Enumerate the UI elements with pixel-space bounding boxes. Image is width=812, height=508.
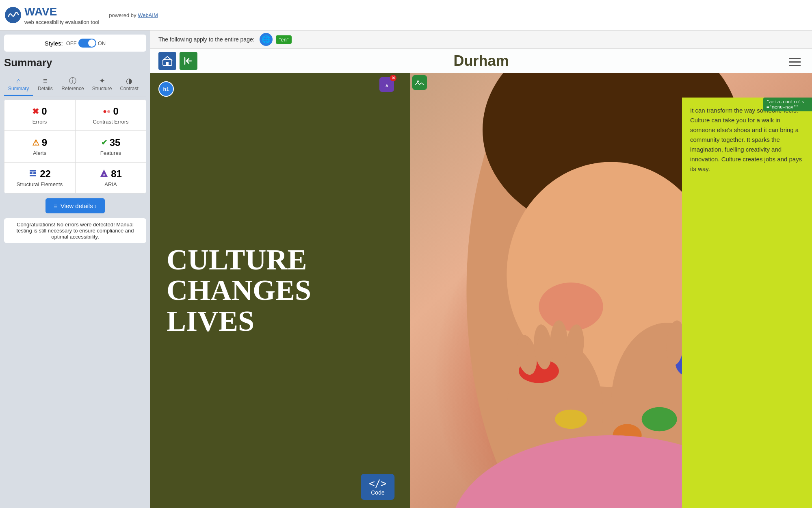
contrast-error-icon: ●● bbox=[103, 108, 110, 115]
summary-title: Summary bbox=[4, 55, 146, 71]
webaim-link[interactable]: WebAIM bbox=[138, 12, 158, 18]
congrats-message: Congratulations! No errors were detected… bbox=[4, 218, 146, 243]
svg-point-12 bbox=[417, 80, 419, 82]
stats-grid: ✖ 0 Errors ●● 0 Contrast Errors ⚠ bbox=[4, 100, 146, 193]
features-label: Features bbox=[100, 150, 121, 156]
svg-rect-8 bbox=[166, 62, 169, 65]
tab-reference[interactable]: ⓘ Reference bbox=[57, 74, 88, 96]
durham-title: Durham bbox=[453, 52, 509, 69]
hero-text: CULTURECHANGESLIVES bbox=[150, 228, 327, 353]
svg-rect-11 bbox=[415, 79, 424, 86]
view-details-button[interactable]: ≡ View details › bbox=[45, 198, 105, 213]
sidebar: Styles: OFF ON Summary ⌂ Summary ≡ Detai… bbox=[0, 30, 150, 508]
page-notice-icons: 🌐 "en" bbox=[260, 33, 292, 46]
toggle-track[interactable] bbox=[78, 39, 96, 48]
svg-point-16 bbox=[539, 282, 603, 331]
view-details-label: View details › bbox=[61, 202, 97, 209]
img-badge bbox=[412, 75, 427, 90]
toggle-thumb bbox=[88, 39, 95, 47]
stat-structural: 22 Structural Elements bbox=[4, 162, 75, 193]
structural-count: 22 bbox=[40, 168, 51, 180]
structural-icon bbox=[28, 169, 37, 180]
durham-nav: Durham bbox=[150, 49, 812, 73]
wave-logo: WAVE web accessibility evaluation tool bbox=[5, 5, 99, 25]
tab-summary-label: Summary bbox=[8, 86, 29, 91]
styles-label: Styles: bbox=[45, 40, 63, 47]
tab-reference-label: Reference bbox=[61, 86, 84, 91]
styles-bar: Styles: OFF ON bbox=[4, 35, 146, 52]
alerts-label: Alerts bbox=[33, 150, 46, 156]
tab-structure-label: Structure bbox=[92, 86, 112, 91]
details-icon: ≡ bbox=[43, 77, 48, 85]
aria-tooltip: "aria-controls="menu-nav"" bbox=[763, 98, 812, 111]
globe-icon: 🌐 bbox=[260, 33, 273, 46]
list-icon: ≡ bbox=[54, 202, 57, 209]
top-bar: WAVE web accessibility evaluation tool p… bbox=[0, 0, 812, 30]
code-button[interactable]: </> Code bbox=[361, 474, 394, 500]
styles-on: ON bbox=[98, 40, 106, 46]
svg-rect-2 bbox=[30, 172, 32, 174]
reference-icon: ⓘ bbox=[69, 77, 76, 85]
alert-icon: ⚠ bbox=[32, 138, 39, 148]
web-right-panel: It can transform the way someone feels. … bbox=[682, 98, 812, 508]
close-badge[interactable]: a ✕ bbox=[379, 77, 394, 92]
errors-count: 0 bbox=[41, 106, 47, 117]
hamburger-line-1 bbox=[789, 58, 801, 59]
main-layout: Styles: OFF ON Summary ⌂ Summary ≡ Detai… bbox=[0, 30, 812, 508]
styles-off: OFF bbox=[66, 40, 77, 46]
hamburger-button[interactable] bbox=[786, 53, 804, 71]
web-frame: Durham "aria-controls="menu-nav"" h1 bbox=[150, 49, 812, 508]
nav-icons-left bbox=[158, 52, 197, 70]
tab-summary[interactable]: ⌂ Summary bbox=[4, 74, 33, 96]
tab-contrast-label: Contrast bbox=[120, 86, 138, 91]
error-icon: ✖ bbox=[32, 106, 39, 116]
styles-toggle[interactable]: OFF ON bbox=[66, 39, 106, 48]
hero-section: h1 a ✕ CULTURECHANGESLIVES bbox=[150, 73, 812, 508]
svg-rect-3 bbox=[33, 172, 36, 174]
contrast-errors-count: 0 bbox=[113, 106, 118, 117]
powered-by-label: powered by WebAIM bbox=[109, 12, 158, 18]
structure-icon: ✦ bbox=[99, 77, 105, 85]
aria-count: 81 bbox=[111, 168, 122, 180]
lang-badge: "en" bbox=[276, 35, 292, 44]
h1-badge: h1 bbox=[158, 81, 174, 97]
nav-button-home[interactable] bbox=[158, 52, 176, 70]
tab-details[interactable]: ≡ Details bbox=[33, 74, 57, 96]
aria-icon: a bbox=[100, 169, 108, 180]
content-area: The following apply to the entire page: … bbox=[150, 30, 812, 508]
errors-label: Errors bbox=[32, 119, 47, 125]
alerts-count: 9 bbox=[42, 137, 47, 148]
contrast-errors-label: Contrast Errors bbox=[93, 119, 128, 125]
hamburger-line-2 bbox=[789, 61, 801, 63]
tab-structure[interactable]: ✦ Structure bbox=[88, 74, 116, 96]
stat-errors: ✖ 0 Errors bbox=[4, 100, 75, 131]
app-subtitle: web accessibility evaluation tool bbox=[24, 19, 99, 25]
feature-icon: ✔ bbox=[101, 138, 107, 147]
hero-left: h1 a ✕ CULTURECHANGESLIVES bbox=[150, 73, 410, 508]
svg-point-26 bbox=[550, 320, 568, 365]
svg-text:a: a bbox=[385, 83, 388, 88]
hamburger-line-3 bbox=[789, 65, 801, 66]
features-count: 35 bbox=[110, 137, 121, 148]
contrast-icon: ◑ bbox=[126, 77, 132, 85]
code-symbol: </> bbox=[369, 478, 386, 489]
aria-label: ARIA bbox=[104, 181, 117, 187]
structural-label: Structural Elements bbox=[17, 181, 63, 187]
nav-button-back[interactable] bbox=[180, 52, 197, 70]
svg-point-22 bbox=[555, 410, 587, 429]
page-notice-text: The following apply to the entire page: bbox=[158, 36, 255, 43]
tab-contrast[interactable]: ◑ Contrast bbox=[116, 74, 142, 96]
right-panel-text: It can transform the way someone feels. … bbox=[690, 106, 804, 174]
svg-point-21 bbox=[642, 407, 677, 431]
svg-rect-4 bbox=[30, 175, 36, 176]
summary-icon: ⌂ bbox=[16, 77, 21, 85]
stat-alerts: ⚠ 9 Alerts bbox=[4, 131, 75, 162]
svg-rect-1 bbox=[30, 170, 36, 172]
stat-aria: a 81 ARIA bbox=[75, 162, 146, 193]
stat-features: ✔ 35 Features bbox=[75, 131, 146, 162]
tab-details-label: Details bbox=[38, 86, 53, 91]
h1-badge-label: h1 bbox=[163, 86, 169, 92]
wave-icon bbox=[5, 7, 21, 23]
stat-contrast-errors: ●● 0 Contrast Errors bbox=[75, 100, 146, 131]
page-notice-bar: The following apply to the entire page: … bbox=[150, 30, 812, 49]
